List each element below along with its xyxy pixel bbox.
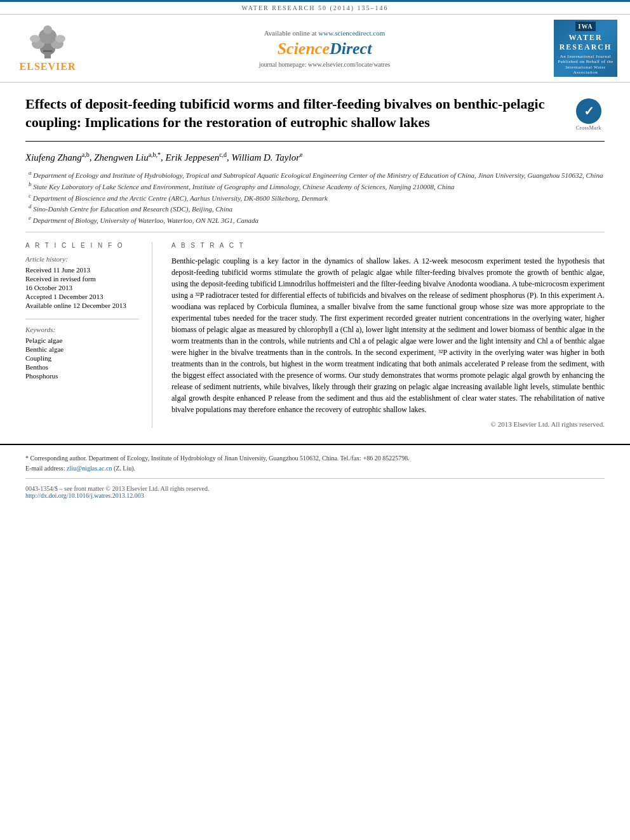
copyright-line: © 2013 Elsevier Ltd. All rights reserved… <box>171 420 605 428</box>
main-content: Effects of deposit-feeding tubificid wor… <box>0 83 630 437</box>
keyword-5: Phosphorus <box>25 372 139 380</box>
affiliation-d-text: Sino-Danish Centre for Education and Res… <box>33 205 232 213</box>
article-info-col: A R T I C L E I N F O Article history: R… <box>25 242 152 428</box>
affiliation-a-text: Department of Ecology and Institute of H… <box>33 171 603 179</box>
title-text-area: Effects of deposit-feeding tubificid wor… <box>25 95 563 131</box>
affiliation-b-text: State Key Laboratory of Lake Science and… <box>33 183 454 190</box>
crossmark-badge: ✓ CrossMark <box>573 98 605 131</box>
affiliation-e: e Department of Biology, University of W… <box>25 215 605 224</box>
email-link[interactable]: zliu@niglas.ac.cn <box>67 465 112 472</box>
wr-subtitle: An International Journal Published on Be… <box>557 54 614 76</box>
footer-bottom: 0043-1354/$ – see front matter © 2013 El… <box>25 485 605 499</box>
keywords-label: Keywords: <box>25 326 139 333</box>
title-section: Effects of deposit-feeding tubificid wor… <box>25 83 605 142</box>
keyword-1: Pelagic algae <box>25 337 139 344</box>
journal-bar-text: WATER RESEARCH 50 (2014) 135–146 <box>241 4 388 11</box>
history-label: Article history: <box>25 255 139 263</box>
sciencedirect-link[interactable]: www.sciencedirect.com <box>318 29 385 37</box>
page-footer: * Corresponding author. Department of Ec… <box>0 444 630 509</box>
keywords-section: Keywords: Pelagic algae Benthic algae Co… <box>25 326 139 380</box>
sciencedirect-brand: ScienceDirect <box>95 39 554 58</box>
affiliation-c: c Department of Bioscience and the Arcti… <box>25 192 605 202</box>
article-info-heading: A R T I C L E I N F O <box>25 242 139 249</box>
doi-link[interactable]: http://dx.doi.org/10.1016/j.watres.2013.… <box>25 492 144 499</box>
history-received: Received 11 June 2013 <box>25 266 139 274</box>
elsevier-text: ELSEVIER <box>20 61 76 72</box>
affiliation-b: b State Key Laboratory of Lake Science a… <box>25 181 605 190</box>
wr-title: WATER RESEARCH <box>557 33 614 52</box>
email-note: E-mail address: zliu@niglas.ac.cn (Z. Li… <box>25 465 605 472</box>
elsevier-logo: ELSEVIER <box>13 25 83 72</box>
journal-bar: WATER RESEARCH 50 (2014) 135–146 <box>0 0 630 15</box>
history-accepted: Accepted 1 December 2013 <box>25 293 139 300</box>
authors-line: Xiufeng Zhanga,b, Zhengwen Liua,b,*, Eri… <box>25 151 605 163</box>
svg-rect-8 <box>43 50 52 52</box>
affiliation-c-text: Department of Bioscience and the Arctic … <box>33 194 328 201</box>
corresponding-note: * Corresponding author. Department of Ec… <box>25 455 605 462</box>
elsevier-tree-icon <box>25 25 70 60</box>
two-col-section: A R T I C L E I N F O Article history: R… <box>25 232 605 437</box>
abstract-text: Benthic-pelagic coupling is a key factor… <box>171 255 605 415</box>
crossmark-icon: ✓ <box>576 98 601 124</box>
footer-divider <box>25 478 605 479</box>
affiliation-d: d Sino-Danish Centre for Education and R… <box>25 203 605 213</box>
authors-section: Xiufeng Zhanga,b, Zhengwen Liua,b,*, Eri… <box>25 142 605 232</box>
keyword-3: Coupling <box>25 354 139 362</box>
history-revised-date: 16 October 2013 <box>25 284 139 291</box>
author-william: William D. Taylor <box>232 152 300 163</box>
affiliation-a: a Department of Ecology and Institute of… <box>25 170 605 179</box>
abstract-heading: A B S T R A C T <box>171 242 605 249</box>
keyword-2: Benthic algae <box>25 345 139 353</box>
svg-point-6 <box>55 35 65 43</box>
keyword-4: Benthos <box>25 363 139 371</box>
header-area: ELSEVIER Available online at www.science… <box>0 15 630 83</box>
author-zhengwen: Zhengwen Liu <box>94 152 148 163</box>
water-research-logo: IWA WATER RESEARCH An International Jour… <box>554 20 617 77</box>
issn-line: 0043-1354/$ – see front matter © 2013 El… <box>25 485 605 492</box>
article-history: Article history: Received 11 June 2013 R… <box>25 255 139 309</box>
history-available: Available online 12 December 2013 <box>25 302 139 309</box>
journal-homepage-link[interactable]: www.elsevier.com/locate/watres <box>308 61 390 68</box>
svg-point-5 <box>30 35 40 43</box>
abstract-col: A B S T R A C T Benthic-pelagic coupling… <box>171 242 605 428</box>
affiliation-e-text: Department of Biology, University of Wat… <box>33 216 258 223</box>
available-online-text: Available online at www.sciencedirect.co… <box>95 29 554 37</box>
svg-point-7 <box>43 25 52 34</box>
journal-homepage: journal homepage: www.elsevier.com/locat… <box>95 61 554 68</box>
header-center: Available online at www.sciencedirect.co… <box>95 29 554 68</box>
history-revised-label: Received in revised form <box>25 275 139 283</box>
author-erik: Erik Jeppesen <box>166 152 220 163</box>
info-divider <box>25 319 139 319</box>
article-title: Effects of deposit-feeding tubificid wor… <box>25 95 563 131</box>
author-xiufeng: Xiufeng Zhang <box>25 152 82 163</box>
crossmark-label: CrossMark <box>576 125 601 131</box>
iwa-badge: IWA <box>575 22 595 31</box>
